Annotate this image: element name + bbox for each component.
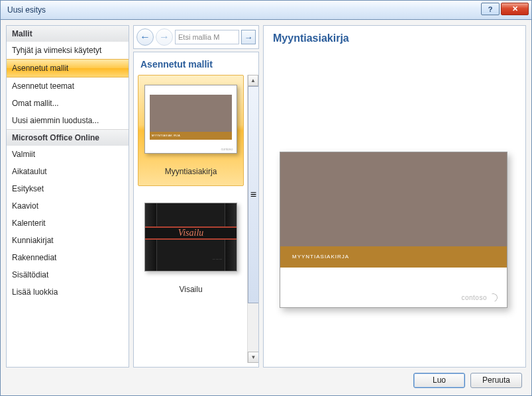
sidebar-heading-mallit: Mallit bbox=[7, 26, 129, 42]
sidebar-item-esitykset[interactable]: Esitykset bbox=[7, 180, 129, 197]
preview-mark: contoso bbox=[461, 293, 498, 302]
template-label: Visailu bbox=[141, 281, 240, 301]
create-button[interactable]: Luo bbox=[413, 373, 465, 388]
thumb-mark: contoso bbox=[221, 147, 233, 151]
search-input[interactable]: Etsi mallia M bbox=[175, 30, 239, 44]
cancel-button[interactable]: Peruuta bbox=[470, 373, 522, 388]
sidebar-item-omat-mallit[interactable]: Omat mallit... bbox=[7, 95, 129, 112]
template-browser: ← → Etsi mallia M → Asennetut mallit MYY… bbox=[133, 25, 259, 368]
go-icon: → bbox=[244, 32, 253, 42]
template-list-panel: Asennetut mallit MYYNTIASIAK IRJA contos… bbox=[133, 52, 259, 368]
help-button[interactable]: ? bbox=[481, 3, 500, 15]
arrow-left-icon: ← bbox=[140, 31, 150, 43]
preview-panel: Myyntiasiakirja MYYNTIASIAKIRJA contoso bbox=[263, 25, 526, 368]
close-icon: ✕ bbox=[512, 5, 518, 13]
go-button[interactable]: → bbox=[241, 30, 256, 44]
thumb-title: Visailu bbox=[145, 228, 237, 238]
title-bar: Uusi esitys ? ✕ bbox=[0, 0, 532, 20]
chevron-up-icon: ▲ bbox=[250, 77, 256, 83]
sidebar-item-kunniakirjat[interactable]: Kunniakirjat bbox=[7, 232, 129, 249]
swirl-icon bbox=[488, 292, 499, 303]
sidebar-item-sisaltodiat[interactable]: Sisältödiat bbox=[7, 266, 129, 283]
sidebar-heading-office-online: Microsoft Office Online bbox=[7, 129, 129, 146]
scrollbar-thumb[interactable]: ≡ bbox=[248, 86, 258, 303]
search-placeholder: Etsi mallia M bbox=[178, 33, 219, 41]
sidebar-item-asennetut-teemat[interactable]: Asennetut teemat bbox=[7, 77, 129, 95]
template-item-visailu[interactable]: Visailu — — — Visailu bbox=[138, 193, 244, 304]
dialog-body: Mallit Tyhjät ja viimeksi käytetyt Asenn… bbox=[0, 20, 532, 396]
browser-toolbar: ← → Etsi mallia M → bbox=[133, 25, 259, 49]
sidebar-item-kaaviot[interactable]: Kaaviot bbox=[7, 197, 129, 215]
template-list-heading: Asennetut mallit bbox=[138, 56, 258, 75]
sidebar-item-tyhjat[interactable]: Tyhjät ja viimeksi käytetyt bbox=[7, 42, 129, 59]
template-thumbnail: Visailu — — — bbox=[144, 203, 237, 272]
template-item-myyntiasiakirja[interactable]: MYYNTIASIAK IRJA contoso Myyntiasiakirja bbox=[138, 75, 244, 186]
window-title: Uusi esitys bbox=[7, 5, 46, 15]
category-sidebar: Mallit Tyhjät ja viimeksi käytetyt Asenn… bbox=[6, 25, 129, 368]
sidebar-item-valmiit[interactable]: Valmiit bbox=[7, 146, 129, 163]
forward-button[interactable]: → bbox=[156, 28, 173, 46]
arrow-right-icon: → bbox=[159, 31, 170, 43]
scroll-down-button[interactable]: ▼ bbox=[248, 352, 258, 363]
sidebar-item-lisaa-luokkia[interactable]: Lisää luokkia bbox=[7, 283, 129, 301]
close-button[interactable]: ✕ bbox=[501, 3, 529, 15]
sidebar-item-asennetut-mallit[interactable]: Asennetut mallit bbox=[7, 59, 129, 77]
back-button[interactable]: ← bbox=[136, 28, 154, 46]
scroll-up-button[interactable]: ▲ bbox=[248, 75, 258, 86]
thumb-band-text: MYYNTIASIAK IRJA bbox=[152, 134, 180, 137]
chevron-down-icon: ▼ bbox=[251, 354, 256, 360]
scrollbar[interactable]: ▲ ≡ ▼ bbox=[247, 75, 258, 363]
dialog-footer: Luo Peruuta bbox=[6, 368, 526, 390]
preview-band-text: MYYNTIASIAKIRJA bbox=[292, 254, 349, 260]
sidebar-item-uusi-aiemmin[interactable]: Uusi aiemmin luodusta... bbox=[7, 112, 129, 129]
template-thumbnail: MYYNTIASIAK IRJA contoso bbox=[144, 85, 237, 154]
sidebar-item-rakennediat[interactable]: Rakennediat bbox=[7, 249, 129, 266]
sidebar-item-kalenterit[interactable]: Kalenterit bbox=[7, 215, 129, 232]
preview-title: Myyntiasiakirja bbox=[273, 32, 516, 44]
grip-icon: ≡ bbox=[250, 189, 256, 201]
help-icon: ? bbox=[488, 5, 493, 13]
template-label: Myyntiasiakirja bbox=[141, 163, 240, 183]
preview-slide: MYYNTIASIAKIRJA contoso bbox=[280, 152, 507, 308]
sidebar-item-aikataulut[interactable]: Aikataulut bbox=[7, 163, 129, 180]
